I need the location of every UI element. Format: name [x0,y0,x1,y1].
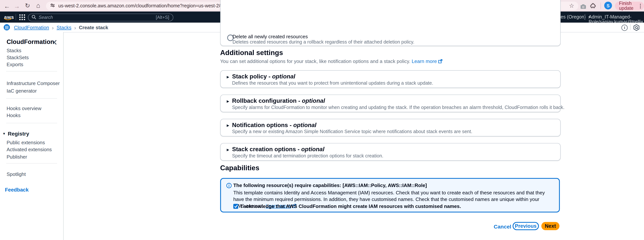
sidebar-item-iac-generator[interactable]: IaC generator [6,88,37,94]
extensions-puzzle-icon[interactable] [590,3,596,10]
iam-acknowledge-checkbox[interactable] [233,204,238,209]
browser-refresh-icon[interactable]: ↻ [23,0,32,12]
section-title: Stack policy - [232,73,270,80]
search-icon [32,14,36,21]
services-grid-icon[interactable] [19,14,25,22]
section-optional: optional [293,122,316,128]
screenshot-extension-icon[interactable] [580,3,586,11]
sidebar-item-public-extensions[interactable]: Public extensions [6,140,45,146]
expand-triangle-icon[interactable]: ▶ [227,75,229,79]
nav-divider [585,14,585,20]
aws-search-input[interactable]: Search [Alt+S] [28,13,173,21]
browser-forward-icon[interactable]: → [12,0,21,12]
expand-triangle-icon[interactable]: ▶ [227,100,229,103]
section-optional: optional [302,97,325,104]
external-link-icon [438,59,442,65]
info-icon [226,182,232,190]
screen: ← → ↻ ⌂ us-west-2.console.aws.amazon.com… [0,0,644,240]
radio-label: Delete all newly created resources [232,34,308,40]
radio-description: Deletes created resources during a rollb… [232,39,414,44]
learn-more-link[interactable]: Learn more [412,59,437,64]
bookmark-star-icon[interactable]: ☆ [569,2,574,9]
breadcrumb-current: Create stack [79,25,108,31]
sidebar-divider [6,98,57,99]
breadcrumb-separator-icon: › [74,25,76,31]
stack-creation-options-section[interactable]: ▶ Stack creation options -optional Speci… [220,143,560,161]
sidebar-item-activated-extensions[interactable]: Activated extensions [6,147,52,152]
additional-settings-heading: Additional settings [220,49,283,57]
nav-divider [16,14,16,20]
sidebar-item-stacks[interactable]: Stacks [6,48,22,54]
previous-button[interactable]: Previous [513,222,539,230]
section-description: Specify the timeout and termination prot… [232,153,384,158]
sidebar-item-publisher[interactable]: Publisher [6,154,27,160]
breadcrumb-stacks[interactable]: Stacks [56,25,72,31]
expand-triangle-icon[interactable]: ▶ [227,148,229,152]
side-menu-toggle[interactable] [4,24,10,31]
section-title: Notification options - [232,122,292,128]
browser-divider [600,3,601,9]
sidebar-section-registry[interactable]: ▼ Registry [2,131,29,137]
sidebar-collapse-icon[interactable] [53,39,57,46]
cancel-button[interactable]: Cancel [494,223,511,230]
sidebar-divider [6,71,57,72]
alert-title: The following resource(s) require capabi… [233,182,427,188]
sidebar-item-spotlight[interactable]: Spotlight [6,171,26,177]
breadcrumb-separator-icon: › [52,25,54,31]
search-shortcut: [Alt+S] [156,15,169,20]
sidebar-item-hooks-overview[interactable]: Hooks overview [6,106,42,111]
triangle-down-icon: ▼ [2,132,6,136]
section-title: Rollback configuration - [232,97,300,104]
feedback-link[interactable]: Feedback [5,187,29,193]
stack-policy-section[interactable]: ▶ Stack policy -optional Defines the res… [220,70,560,88]
rollback-configuration-section[interactable]: ▶ Rollback configuration -optional Speci… [220,94,560,112]
expand-triangle-icon[interactable]: ▶ [227,124,229,127]
sidebar-divider [6,123,57,123]
section-optional: optional [301,146,324,152]
sidebar-item-stacksets[interactable]: StackSets [6,55,29,61]
registry-label: Registry [8,131,29,137]
browser-back-icon[interactable]: ← [2,0,12,12]
acknowledge-label: I acknowledge that AWS CloudFormation mi… [240,203,461,209]
capabilities-heading: Capabilities [220,164,259,172]
section-description: Specify a new or existing Amazon Simple … [232,129,472,134]
breadcrumb: CloudFormation › Stacks › Create stack [14,25,108,31]
notification-options-section[interactable]: ▶ Notification options -optional Specify… [220,119,560,136]
sidebar-divider [6,163,57,163]
toolbar-divider [630,24,630,30]
info-panel-icon[interactable]: i [622,25,628,31]
section-description: Specify alarms for CloudFormation to mon… [232,105,564,110]
section-description: Defines the resources that you want to p… [232,81,433,85]
next-button[interactable]: Next [541,222,560,230]
browser-home-icon[interactable]: ⌂ [34,0,43,12]
sidebar-title: CloudFormation [6,38,54,45]
browser-menu-icon[interactable]: ⋮ [636,0,644,12]
search-placeholder: Search [38,15,53,20]
breadcrumb-cloudformation[interactable]: CloudFormation [14,25,49,31]
sidebar-item-infrastructure-composer[interactable]: Infrastructure Composer [6,81,60,86]
sidebar: CloudFormation Stacks StackSets Exports … [0,32,64,240]
additional-settings-description: You can set additional options for your … [220,59,442,65]
sidebar-item-exports[interactable]: Exports [6,62,23,68]
section-optional: optional [272,73,295,80]
sidebar-item-hooks[interactable]: Hooks [6,113,20,118]
amazon-q-icon[interactable] [634,24,640,33]
site-settings-icon[interactable] [50,2,55,10]
section-title: Stack creation options - [232,146,300,152]
profile-avatar[interactable]: S [604,2,612,10]
aws-logo[interactable]: aws [4,13,14,21]
rollback-options-card: Delete all newly created resources Delet… [220,0,560,46]
capabilities-alert: The following resource(s) require capabi… [220,178,560,212]
